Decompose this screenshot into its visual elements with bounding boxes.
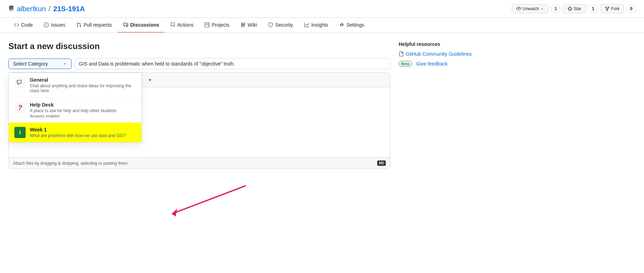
category-icon-general xyxy=(14,77,26,88)
title-input[interactable] xyxy=(74,58,390,69)
tab-insights-label: Insights xyxy=(311,22,328,28)
category-desc-helpdesk: A place to ask for help and help other s… xyxy=(30,108,136,113)
tab-discussions-label: Discussions xyxy=(130,22,159,28)
category-desc-week1: What are problems with how we use data a… xyxy=(30,133,136,138)
unwatch-button[interactable]: Unwatch xyxy=(512,4,549,13)
content-area: Start a new discussion Select Category xyxy=(8,41,390,169)
community-guidelines-link[interactable]: GitHub Community Guidelines xyxy=(399,51,483,57)
form-top-row: Select Category General xyxy=(8,58,390,69)
tab-code[interactable]: Code xyxy=(8,18,38,33)
category-icon-helpdesk: ? xyxy=(14,102,26,113)
tab-settings[interactable]: Settings xyxy=(334,18,370,33)
tab-wiki[interactable]: Wiki xyxy=(235,18,263,33)
top-bar: albertkun / 21S-191A Unwatch 1 Star 1 Fo… xyxy=(0,0,644,18)
tab-settings-label: Settings xyxy=(346,22,364,28)
repo-icon xyxy=(8,5,14,13)
category-title-helpdesk: Help Desk xyxy=(30,102,136,108)
repo-action-buttons: Unwatch 1 Star 1 Fork 0 xyxy=(512,4,636,13)
category-desc-general: Chat about anything and share ideas for … xyxy=(30,83,136,93)
editor-footer: Attach files by dragging & dropping, sel… xyxy=(9,157,390,169)
main-content: Start a new discussion Select Category xyxy=(0,33,491,177)
nav-tabs: Code Issues Pull requests Discussions Ac… xyxy=(0,18,644,33)
category-icon-week1: 1 xyxy=(14,127,26,138)
fork-label: Fork xyxy=(611,6,619,11)
tab-discussions[interactable]: Discussions xyxy=(118,18,165,33)
sidebar: Helpful resources GitHub Community Guide… xyxy=(399,41,483,169)
fork-count: 0 xyxy=(627,5,636,12)
tab-security[interactable]: Security xyxy=(263,18,299,33)
category-tag-helpdesk: Answers enabled xyxy=(30,114,136,118)
dropdown-wrapper: Select Category General xyxy=(8,59,72,69)
select-category-label: Select Category xyxy=(13,61,48,67)
toolbar-more[interactable]: ▾ xyxy=(147,76,153,84)
tab-code-label: Code xyxy=(21,22,33,28)
beta-badge: Beta xyxy=(399,61,412,67)
markdown-icon: MD xyxy=(377,161,386,166)
tab-insights[interactable]: Insights xyxy=(299,18,334,33)
sidebar-helpful-resources: Helpful resources GitHub Community Guide… xyxy=(399,41,483,67)
community-guidelines-label: GitHub Community Guidelines xyxy=(406,51,472,57)
repo-name[interactable]: 21S-191A xyxy=(53,5,85,13)
feedback-row: Beta Give feedback xyxy=(399,61,483,67)
category-content-helpdesk: Help Desk A place to ask for help and he… xyxy=(30,102,136,118)
repo-title: albertkun / 21S-191A xyxy=(8,5,85,13)
category-dropdown: General Chat about anything and share id… xyxy=(8,73,142,143)
select-category-button[interactable]: Select Category xyxy=(8,59,72,69)
tab-actions[interactable]: Actions xyxy=(165,18,199,33)
discussion-form: Select Category General xyxy=(8,58,390,169)
star-count: 1 xyxy=(589,5,598,12)
tab-projects[interactable]: Projects xyxy=(199,18,235,33)
tab-security-label: Security xyxy=(275,22,293,28)
category-content-week1: Week 1 What are problems with how we use… xyxy=(30,127,136,138)
tab-pull-requests-label: Pull requests xyxy=(84,22,112,28)
star-label: Star xyxy=(574,6,582,11)
fork-button[interactable]: Fork xyxy=(600,4,624,13)
category-content-general: General Chat about anything and share id… xyxy=(30,77,136,93)
feedback-link[interactable]: Give feedback xyxy=(416,61,448,67)
repo-owner[interactable]: albertkun xyxy=(17,5,46,13)
unwatch-count: 1 xyxy=(551,5,560,12)
tab-issues-label: Issues xyxy=(51,22,65,28)
category-item-general[interactable]: General Chat about anything and share id… xyxy=(9,73,141,98)
page-title: Start a new discussion xyxy=(8,41,390,51)
repo-separator: / xyxy=(48,5,51,13)
category-title-general: General xyxy=(30,77,136,83)
tab-projects-label: Projects xyxy=(212,22,230,28)
star-button[interactable]: Star xyxy=(563,4,586,13)
category-title-week1: Week 1 xyxy=(30,127,136,132)
tab-pull-requests[interactable]: Pull requests xyxy=(71,18,118,33)
unwatch-label: Unwatch xyxy=(523,6,539,11)
category-item-week1[interactable]: 1 Week 1 What are problems with how we u… xyxy=(9,123,141,142)
tab-issues[interactable]: Issues xyxy=(38,18,71,33)
category-item-helpdesk[interactable]: ? Help Desk A place to ask for help and … xyxy=(9,98,141,123)
tab-wiki-label: Wiki xyxy=(248,22,257,28)
tab-actions-label: Actions xyxy=(177,22,193,28)
sidebar-title: Helpful resources xyxy=(399,41,483,47)
editor-hint: Attach files by dragging & dropping, sel… xyxy=(13,161,129,166)
